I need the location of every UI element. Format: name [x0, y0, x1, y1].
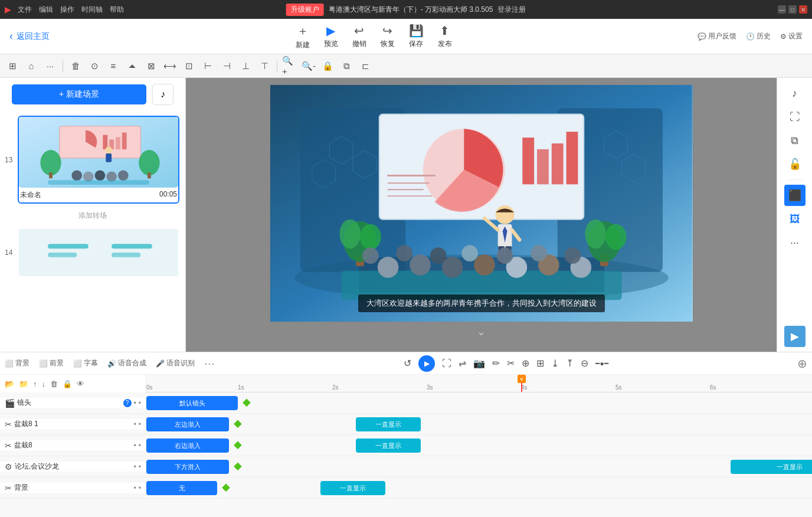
track-plant8-1-dot2[interactable]: •: [139, 420, 141, 428]
rp-preview-thumb-icon[interactable]: ▶: [784, 326, 806, 347]
tb-home-icon[interactable]: ⌂: [24, 58, 39, 74]
tb-transform-icon[interactable]: ⊡: [181, 58, 197, 74]
track-block-forum-show[interactable]: 一直显示: [731, 460, 812, 474]
menu-operate[interactable]: 操作: [60, 5, 74, 15]
publish-button[interactable]: ⬆ 发布: [438, 24, 452, 49]
canvas-expand-icon[interactable]: ⌄: [477, 325, 486, 338]
rp-layers-icon[interactable]: ⧉: [784, 130, 806, 151]
track-add-bg[interactable]: ◆: [220, 481, 232, 493]
loop-button[interactable]: ⇌: [459, 358, 466, 369]
more-controls-button[interactable]: ⋯: [204, 357, 215, 370]
add-timeline-button[interactable]: ⊕: [797, 356, 807, 371]
edit-button[interactable]: ✏: [492, 358, 500, 369]
track-forum-dot1[interactable]: •: [134, 463, 136, 471]
track-lens-help[interactable]: ?: [123, 399, 132, 407]
track-forum-dot2[interactable]: •: [139, 463, 141, 471]
track-block-lens-default[interactable]: 默认镜头: [146, 396, 238, 410]
tb-anchor-icon[interactable]: ⊢: [200, 58, 215, 74]
tb-align-icon[interactable]: ≡: [106, 58, 121, 74]
rp-fullscreen-icon[interactable]: ⛶: [784, 106, 806, 127]
track-add-plant8[interactable]: ◆: [232, 439, 244, 450]
menu-edit[interactable]: 编辑: [39, 5, 53, 15]
track-add-plant8-1[interactable]: ◆: [232, 417, 244, 429]
tb-grid-icon[interactable]: ⊞: [5, 58, 20, 74]
track-block-bg-none[interactable]: 无: [146, 481, 217, 495]
delete-track-icon[interactable]: 🗑: [50, 379, 58, 388]
track-block-bg-show[interactable]: 一直显示: [320, 481, 385, 495]
anchor-button[interactable]: ⊕: [522, 358, 529, 369]
track-lens-dot2[interactable]: •: [139, 399, 141, 407]
fg-button[interactable]: ⬜ 前景: [39, 358, 64, 368]
track-plant8-1-dot1[interactable]: •: [134, 420, 136, 428]
rp-screen-icon[interactable]: ⬛: [784, 185, 806, 206]
tb-lock-icon[interactable]: 🔒: [320, 58, 335, 74]
track-block-forum-enter[interactable]: 下方滑入: [146, 460, 229, 474]
preview-button[interactable]: ▶ 预览: [324, 24, 338, 49]
track-plant8-dot2[interactable]: •: [139, 441, 141, 450]
add-transition[interactable]: 添加转场: [0, 208, 185, 223]
track-block-plant8-1-show[interactable]: 一直显示: [356, 417, 421, 431]
lock-track-icon[interactable]: 🔒: [63, 379, 72, 388]
tb-vert-icon[interactable]: ⊥: [238, 58, 253, 74]
export-button[interactable]: ⤓: [551, 358, 559, 369]
voice-recognize-button[interactable]: 🎤 语音识别: [156, 358, 195, 368]
timeline-slider[interactable]: ━●━: [595, 359, 608, 368]
canvas-frame[interactable]: 📷 默认镜头: [269, 84, 694, 323]
tb-copy-icon[interactable]: ⧉: [339, 58, 354, 74]
tb-arrange-icon[interactable]: ⊠: [143, 58, 159, 74]
back-home[interactable]: ‹ 返回主页: [9, 30, 50, 42]
reset-button[interactable]: ↺: [404, 358, 411, 369]
maximize-button[interactable]: □: [788, 5, 797, 14]
tb-zoomin-icon[interactable]: 🔍+: [282, 58, 297, 74]
subtitle-button[interactable]: ⬜ 字幕: [73, 358, 98, 368]
filter-button[interactable]: ⊞: [536, 358, 544, 369]
minimize-button[interactable]: —: [778, 5, 786, 14]
import-button[interactable]: ⤒: [566, 358, 574, 369]
upgrade-button[interactable]: 升级账户: [286, 4, 324, 16]
bg-button[interactable]: ⬜ 背景: [5, 358, 30, 368]
history-button[interactable]: 🕐 历史: [746, 31, 771, 41]
tb-more-icon[interactable]: ···: [42, 58, 58, 74]
menu-timeline[interactable]: 时间轴: [81, 5, 103, 15]
tb-timeline-icon[interactable]: ⏶: [125, 58, 140, 74]
track-bg-dot1[interactable]: •: [134, 484, 136, 492]
track-block-plant8-enter[interactable]: 右边渐入: [146, 439, 229, 453]
tb-flip-icon[interactable]: ⟷: [162, 58, 178, 74]
move-up-icon[interactable]: ↑: [33, 379, 37, 388]
folder-open-icon[interactable]: 📂: [5, 379, 14, 388]
move-down-icon[interactable]: ↓: [42, 379, 46, 388]
new-button[interactable]: ＋ 新建: [296, 23, 310, 50]
track-block-plant8-1-enter[interactable]: 左边渐入: [146, 417, 229, 431]
rp-more-icon[interactable]: ···: [784, 232, 806, 253]
rp-image-icon[interactable]: 🖼: [784, 208, 806, 230]
play-button[interactable]: ▶: [418, 355, 435, 372]
feedback-button[interactable]: 💬 用户反馈: [698, 31, 736, 41]
scene-14-item[interactable]: [18, 228, 179, 277]
camera-button[interactable]: 📷: [473, 358, 485, 369]
save-button[interactable]: 💾 保存: [409, 24, 424, 49]
fullscreen-button[interactable]: ⛶: [442, 358, 451, 369]
track-add-lens[interactable]: ◆: [241, 396, 253, 408]
track-block-plant8-show[interactable]: 一直显示: [356, 439, 421, 453]
tb-zoomout-icon[interactable]: 🔍-: [301, 58, 316, 74]
tb-paste-icon[interactable]: ⊏: [358, 58, 373, 74]
undo-button[interactable]: ↩ 撤销: [352, 24, 366, 49]
settings-button[interactable]: ⚙ 设置: [780, 31, 803, 41]
scissors-button[interactable]: ✂: [507, 358, 515, 369]
new-scene-button[interactable]: + 新建场景: [12, 84, 146, 104]
track-plant8-dot1[interactable]: •: [134, 441, 136, 450]
menu-help[interactable]: 帮助: [110, 5, 124, 15]
track-bg-dot2[interactable]: •: [139, 484, 141, 492]
folder-add-icon[interactable]: 📁: [19, 379, 28, 388]
login-button[interactable]: 登录注册: [497, 5, 526, 15]
tb-link-icon[interactable]: ⊣: [219, 58, 234, 74]
minus-button[interactable]: ⊖: [581, 358, 588, 369]
rp-unlock-icon[interactable]: 🔓: [784, 153, 806, 175]
close-button[interactable]: ✕: [799, 5, 807, 14]
track-add-forum[interactable]: ◆: [232, 460, 244, 472]
scene-13-item[interactable]: 未命名 00:05: [18, 116, 179, 204]
tb-crop-icon[interactable]: ⊙: [87, 58, 102, 74]
redo-button[interactable]: ↪ 恢复: [381, 24, 395, 49]
eye-track-icon[interactable]: 👁: [77, 379, 84, 388]
menu-file[interactable]: 文件: [18, 5, 32, 15]
